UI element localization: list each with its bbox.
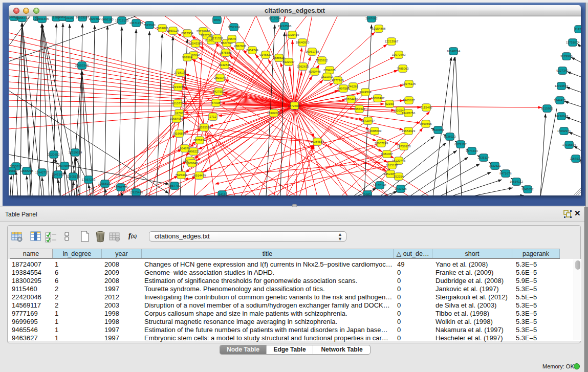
svg-text:19166829: 19166829 (172, 132, 186, 135)
svg-text:7857224: 7857224 (228, 26, 240, 29)
svg-text:8912954: 8912954 (181, 32, 193, 35)
svg-text:3624514: 3624514 (359, 91, 372, 94)
svg-text:10671355: 10671355 (129, 21, 143, 25)
svg-text:13325419: 13325419 (286, 33, 299, 36)
svg-text:8215955: 8215955 (541, 107, 553, 110)
svg-text:8322037: 8322037 (282, 60, 295, 63)
svg-text:9245652: 9245652 (521, 188, 534, 191)
svg-text:3106: 3106 (66, 16, 73, 19)
svg-text:10719155: 10719155 (115, 19, 129, 22)
svg-text:16961758: 16961758 (306, 50, 319, 53)
svg-text:3875685: 3875685 (220, 51, 232, 54)
svg-text:12942757: 12942757 (35, 171, 49, 174)
svg-text:17016504: 17016504 (562, 143, 576, 146)
svg-text:19654963: 19654963 (170, 117, 184, 120)
svg-text:17957253: 17957253 (82, 178, 96, 181)
svg-text:13975125: 13975125 (402, 82, 416, 85)
svg-text:17359924: 17359924 (69, 151, 82, 154)
svg-text:12505135: 12505135 (67, 175, 80, 178)
svg-text:1640954: 1640954 (432, 128, 444, 132)
svg-text:8427552: 8427552 (212, 90, 225, 93)
svg-text:75546: 75546 (228, 37, 236, 40)
svg-text:3809: 3809 (213, 18, 221, 21)
svg-text:2020652: 2020652 (48, 153, 60, 156)
svg-text:9474444: 9474444 (466, 149, 478, 152)
svg-text:2687662: 2687662 (365, 17, 378, 20)
svg-text:10154808: 10154808 (372, 27, 386, 30)
svg-text:9857791: 9857791 (168, 184, 181, 187)
svg-text:9463627: 9463627 (403, 99, 415, 102)
svg-text:16543382: 16543382 (189, 42, 203, 45)
svg-text:1610755: 1610755 (171, 102, 184, 105)
svg-text:3915812: 3915812 (9, 169, 17, 172)
svg-text:30975867: 30975867 (58, 164, 72, 167)
svg-text:11568295: 11568295 (20, 169, 34, 172)
svg-text:8471676: 8471676 (499, 172, 512, 175)
svg-text:10973493: 10973493 (392, 53, 406, 56)
svg-text:7515520: 7515520 (143, 24, 156, 27)
svg-text:746266: 746266 (348, 85, 359, 88)
svg-text:18302023: 18302023 (267, 112, 281, 115)
svg-text:1527602: 1527602 (89, 17, 101, 20)
svg-text:8990448: 8990448 (309, 70, 321, 73)
svg-text:9660124: 9660124 (167, 29, 179, 32)
svg-text:7955812: 7955812 (316, 59, 328, 62)
svg-text:8938923: 8938923 (444, 135, 456, 138)
svg-text:15720407: 15720407 (361, 119, 375, 122)
svg-text:10653287: 10653287 (76, 16, 90, 19)
svg-text:11700: 11700 (175, 112, 184, 115)
svg-text:1733426: 1733426 (395, 187, 407, 190)
svg-text:7986322: 7986322 (353, 107, 365, 111)
svg-text:7485063: 7485063 (397, 67, 409, 70)
svg-text:1615132: 1615132 (386, 164, 398, 167)
svg-text:10688609: 10688609 (368, 129, 382, 133)
svg-text:18807249: 18807249 (375, 142, 388, 145)
svg-text:8454749: 8454749 (246, 49, 258, 52)
svg-text:252254: 252254 (394, 175, 404, 178)
svg-text:10648764: 10648764 (447, 50, 461, 53)
svg-text:1909948: 1909948 (186, 162, 198, 165)
svg-text:16210643: 16210643 (555, 115, 569, 118)
svg-text:12213369: 12213369 (171, 85, 185, 89)
svg-text:20364436: 20364436 (344, 98, 358, 101)
svg-text:1244415: 1244415 (554, 99, 566, 102)
svg-text:8131328: 8131328 (211, 37, 223, 40)
svg-text:19218506: 19218506 (278, 25, 292, 28)
svg-text:13535394: 13535394 (198, 126, 211, 129)
svg-text:18640910: 18640910 (296, 41, 310, 44)
svg-text:10807487: 10807487 (371, 97, 385, 100)
svg-text:6879197: 6879197 (454, 143, 467, 146)
svg-text:57008: 57008 (212, 101, 221, 104)
svg-text:18724007: 18724007 (288, 104, 301, 107)
svg-text:14136141: 14136141 (373, 184, 387, 187)
svg-text:7625402: 7625402 (175, 173, 187, 177)
svg-text:1167533: 1167533 (570, 157, 581, 160)
svg-text:2803144: 2803144 (214, 76, 226, 79)
svg-text:1588520: 1588520 (273, 56, 285, 59)
svg-text:3498222: 3498222 (187, 150, 200, 153)
svg-text:2935114: 2935114 (478, 156, 490, 159)
svg-text:9146821: 9146821 (259, 53, 272, 56)
svg-text:2712: 2712 (209, 115, 216, 118)
svg-text:2718176: 2718176 (174, 71, 186, 74)
svg-text:9129966: 9129966 (560, 55, 573, 58)
svg-text:13495756: 13495756 (402, 112, 416, 115)
svg-text:8878334: 8878334 (193, 139, 206, 142)
svg-text:12213967: 12213967 (385, 40, 399, 43)
svg-text:9418: 9418 (219, 193, 226, 195)
svg-text:19654923: 19654923 (402, 129, 416, 133)
svg-text:9242848: 9242848 (219, 63, 231, 67)
svg-text:13958107: 13958107 (98, 182, 112, 185)
svg-text:2867608: 2867608 (234, 45, 246, 48)
svg-text:15751074: 15751074 (566, 41, 580, 44)
svg-text:11123: 11123 (575, 28, 581, 31)
svg-text:8813054: 8813054 (269, 17, 281, 20)
svg-text:1621072: 1621072 (321, 75, 333, 78)
svg-text:15692971: 15692971 (557, 129, 571, 133)
svg-text:16914479: 16914479 (192, 174, 206, 177)
svg-text:20053346: 20053346 (75, 64, 89, 67)
svg-text:62160: 62160 (385, 102, 394, 105)
svg-text:9777169: 9777169 (332, 79, 344, 82)
svg-text:1145193: 1145193 (52, 173, 64, 176)
svg-text:9227342: 9227342 (556, 69, 569, 72)
